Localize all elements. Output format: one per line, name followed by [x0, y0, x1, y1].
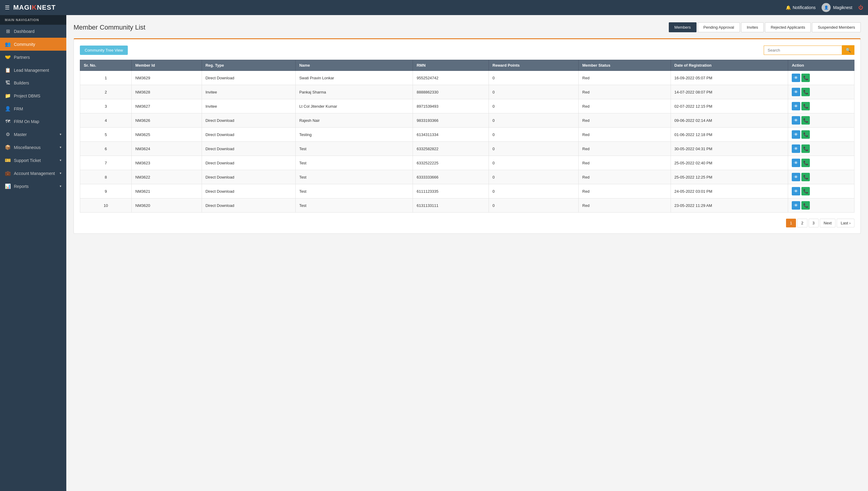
sidebar-item-label: Master: [14, 132, 27, 137]
pagination: 123NextLast ›: [80, 219, 855, 227]
cell-member-status: Red: [579, 127, 671, 142]
sidebar-item-frm-on-map[interactable]: 🗺 FRM On Map: [0, 115, 66, 128]
sidebar-item-support-ticket[interactable]: 🎫 Support Ticket ▾: [0, 154, 66, 167]
cell-sr: 6: [80, 142, 132, 156]
cell-member-id: NM3625: [132, 127, 202, 142]
view-button[interactable]: 👁: [792, 74, 800, 82]
col-member-id: Member Id: [132, 60, 202, 71]
cell-reg-type: Direct Download: [202, 71, 296, 85]
cell-name: Pankaj Sharma: [296, 85, 413, 99]
cell-sr: 7: [80, 156, 132, 170]
call-button[interactable]: 📞: [801, 102, 810, 110]
cell-name: Swati Pravin Lonkar: [296, 71, 413, 85]
frm-on-map-icon: 🗺: [5, 119, 11, 124]
cell-reward-points: 0: [489, 184, 579, 198]
table-row: 1 NM3629 Direct Download Swati Pravin Lo…: [80, 71, 855, 85]
call-button[interactable]: 📞: [801, 144, 810, 153]
cell-rmn: 9833193366: [413, 113, 489, 127]
sidebar-item-project-dbms[interactable]: 📁 Project DBMS: [0, 89, 66, 102]
view-button[interactable]: 👁: [792, 187, 800, 196]
call-button[interactable]: 📞: [801, 187, 810, 196]
cell-sr: 10: [80, 198, 132, 213]
view-button[interactable]: 👁: [792, 130, 800, 139]
cell-rmn: 6111123335: [413, 184, 489, 198]
sidebar-item-label: Lead Management: [14, 68, 49, 73]
view-button[interactable]: 👁: [792, 116, 800, 124]
cell-rmn: 6333333666: [413, 170, 489, 184]
chevron-icon: ▾: [60, 158, 61, 162]
search-input[interactable]: [764, 46, 842, 55]
builders-icon: 🏗: [5, 80, 11, 86]
sidebar-item-frm[interactable]: 👤 FRM: [0, 102, 66, 115]
table-row: 9 NM3621 Direct Download Test 6111123335…: [80, 184, 855, 198]
cell-name: Test: [296, 184, 413, 198]
notifications-button[interactable]: 🔔 Notifications: [786, 5, 815, 10]
power-icon[interactable]: ⏻: [858, 5, 863, 10]
page-btn-3[interactable]: 3: [809, 219, 818, 227]
tab-invites[interactable]: Invites: [741, 22, 764, 32]
tab-suspended-members[interactable]: Suspended Members: [812, 22, 861, 32]
view-button[interactable]: 👁: [792, 102, 800, 110]
view-button[interactable]: 👁: [792, 158, 800, 167]
cell-name: Testing: [296, 127, 413, 142]
cell-sr: 2: [80, 85, 132, 99]
call-button[interactable]: 📞: [801, 173, 810, 181]
cell-reward-points: 0: [489, 142, 579, 156]
view-button[interactable]: 👁: [792, 201, 800, 210]
call-button[interactable]: 📞: [801, 201, 810, 210]
view-button[interactable]: 👁: [792, 144, 800, 153]
call-button[interactable]: 📞: [801, 116, 810, 124]
cell-name: Test: [296, 156, 413, 170]
call-button[interactable]: 📞: [801, 130, 810, 139]
page-btn-2[interactable]: 2: [797, 219, 807, 227]
cell-member-status: Red: [579, 71, 671, 85]
search-button[interactable]: 🔍: [842, 45, 855, 55]
cell-date-of-reg: 16-09-2022 05:07 PM: [671, 71, 788, 85]
sidebar-item-builders[interactable]: 🏗 Builders: [0, 77, 66, 89]
next-page-button[interactable]: Next: [820, 219, 836, 227]
last-page-button[interactable]: Last ›: [837, 219, 855, 227]
view-button[interactable]: 👁: [792, 173, 800, 181]
hamburger-icon[interactable]: ☰: [5, 4, 10, 11]
tab-members[interactable]: Members: [669, 22, 696, 32]
cell-action: 👁 📞: [788, 184, 855, 198]
call-button[interactable]: 📞: [801, 74, 810, 82]
col-member-status: Member Status: [579, 60, 671, 71]
partners-icon: 🤝: [5, 54, 11, 60]
page-btn-1[interactable]: 1: [786, 219, 796, 227]
members-table: Sr. No.Member IdReg. TypeNameRMNReward P…: [80, 60, 855, 213]
cell-reg-type: Invitee: [202, 99, 296, 113]
cell-member-status: Red: [579, 113, 671, 127]
sidebar-items: ⊞ Dashboard 👥 Community 🤝 Partners 📋 Lea…: [0, 25, 66, 193]
cell-sr: 1: [80, 71, 132, 85]
cell-reg-type: Direct Download: [202, 142, 296, 156]
cell-reward-points: 0: [489, 198, 579, 213]
tree-view-button[interactable]: Community Tree View: [80, 46, 128, 55]
cell-date-of-reg: 09-06-2022 02:14 AM: [671, 113, 788, 127]
call-button[interactable]: 📞: [801, 158, 810, 167]
sidebar-item-reports[interactable]: 📊 Reports ▾: [0, 180, 66, 193]
cell-reward-points: 0: [489, 99, 579, 113]
sidebar-item-account-management[interactable]: 💼 Account Management ▾: [0, 167, 66, 180]
sidebar-item-label: Builders: [14, 81, 29, 85]
cell-sr: 3: [80, 99, 132, 113]
sidebar-item-dashboard[interactable]: ⊞ Dashboard: [0, 25, 66, 38]
user-menu-button[interactable]: 👤 Magiknest: [822, 3, 852, 12]
view-button[interactable]: 👁: [792, 88, 800, 96]
sidebar-item-miscellaneous[interactable]: 📦 Miscellaneous ▾: [0, 141, 66, 154]
cell-reward-points: 0: [489, 170, 579, 184]
top-nav-right: 🔔 Notifications 👤 Magiknest ⏻: [786, 3, 863, 12]
cell-reg-type: Invitee: [202, 85, 296, 99]
tab-rejected-applicants[interactable]: Rejected Applicants: [765, 22, 811, 32]
col-date-of-registration: Date of Registration: [671, 60, 788, 71]
reports-icon: 📊: [5, 183, 11, 189]
sidebar-item-lead-management[interactable]: 📋 Lead Management: [0, 64, 66, 77]
tab-pending-approval[interactable]: Pending Approval: [698, 22, 740, 32]
sidebar-item-partners[interactable]: 🤝 Partners: [0, 51, 66, 64]
cell-reward-points: 0: [489, 113, 579, 127]
sidebar-item-community[interactable]: 👥 Community: [0, 38, 66, 51]
sidebar-item-master[interactable]: ⚙ Master ▾: [0, 128, 66, 141]
table-row: 2 NM3628 Invitee Pankaj Sharma 888886233…: [80, 85, 855, 99]
table-header: Sr. No.Member IdReg. TypeNameRMNReward P…: [80, 60, 855, 71]
call-button[interactable]: 📞: [801, 88, 810, 96]
